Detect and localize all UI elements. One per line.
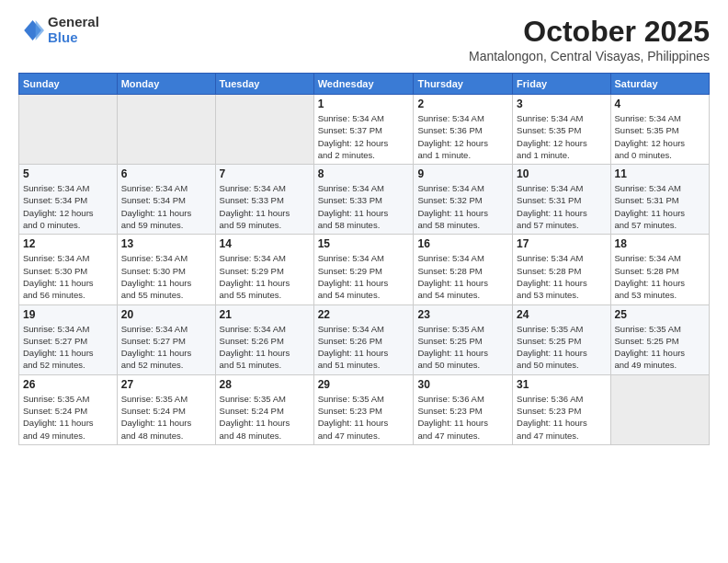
day-number: 15 [318,237,410,250]
day-cell: 29Sunrise: 5:35 AMSunset: 5:23 PMDayligh… [313,374,414,444]
day-number: 18 [615,237,705,250]
day-cell: 2Sunrise: 5:34 AMSunset: 5:36 PMDaylight… [414,95,513,165]
page: General Blue October 2025 Mantalongon, C… [0,0,728,563]
day-info: Sunrise: 5:34 AMSunset: 5:28 PMDaylight:… [615,252,705,301]
day-info: Sunrise: 5:34 AMSunset: 5:27 PMDaylight:… [121,323,211,372]
title-block: October 2025 Mantalongon, Central Visaya… [469,15,710,63]
day-number: 2 [417,98,508,110]
header: General Blue October 2025 Mantalongon, C… [18,15,710,63]
day-cell: 21Sunrise: 5:34 AMSunset: 5:26 PMDayligh… [215,304,313,374]
day-number: 8 [318,167,410,180]
day-number: 16 [417,237,508,250]
logo: General Blue [18,15,99,45]
day-cell: 23Sunrise: 5:35 AMSunset: 5:25 PMDayligh… [414,304,513,374]
col-header-thursday: Thursday [414,74,513,95]
col-header-wednesday: Wednesday [313,74,414,95]
day-info: Sunrise: 5:34 AMSunset: 5:30 PMDaylight:… [121,252,211,301]
week-row-2: 5Sunrise: 5:34 AMSunset: 5:34 PMDaylight… [19,165,710,235]
day-info: Sunrise: 5:35 AMSunset: 5:24 PMDaylight:… [220,393,310,442]
day-info: Sunrise: 5:34 AMSunset: 5:26 PMDaylight:… [318,323,410,372]
day-number: 6 [121,167,211,180]
day-cell: 4Sunrise: 5:34 AMSunset: 5:35 PMDaylight… [610,95,709,165]
day-number: 30 [417,378,508,391]
day-cell: 8Sunrise: 5:34 AMSunset: 5:33 PMDaylight… [313,165,414,235]
day-info: Sunrise: 5:36 AMSunset: 5:23 PMDaylight:… [417,393,508,442]
day-info: Sunrise: 5:34 AMSunset: 5:26 PMDaylight:… [220,323,310,372]
logo-icon [18,17,44,43]
day-info: Sunrise: 5:34 AMSunset: 5:32 PMDaylight:… [417,182,508,231]
day-cell: 24Sunrise: 5:35 AMSunset: 5:25 PMDayligh… [513,304,610,374]
day-info: Sunrise: 5:34 AMSunset: 5:34 PMDaylight:… [121,182,211,231]
day-number: 3 [517,98,606,110]
day-cell: 9Sunrise: 5:34 AMSunset: 5:32 PMDaylight… [414,165,513,235]
day-info: Sunrise: 5:34 AMSunset: 5:30 PMDaylight:… [23,252,113,301]
day-info: Sunrise: 5:35 AMSunset: 5:24 PMDaylight:… [23,393,113,442]
day-info: Sunrise: 5:34 AMSunset: 5:35 PMDaylight:… [615,112,705,161]
day-info: Sunrise: 5:34 AMSunset: 5:36 PMDaylight:… [417,112,508,161]
day-cell: 15Sunrise: 5:34 AMSunset: 5:29 PMDayligh… [313,235,414,304]
day-cell [117,95,215,165]
day-cell: 5Sunrise: 5:34 AMSunset: 5:34 PMDaylight… [19,165,118,235]
day-number: 14 [220,237,310,250]
day-info: Sunrise: 5:34 AMSunset: 5:29 PMDaylight:… [220,252,310,301]
calendar-body: 1Sunrise: 5:34 AMSunset: 5:37 PMDaylight… [19,95,710,445]
day-info: Sunrise: 5:34 AMSunset: 5:31 PMDaylight:… [615,182,705,231]
day-number: 31 [517,378,606,391]
week-row-1: 1Sunrise: 5:34 AMSunset: 5:37 PMDaylight… [19,95,710,165]
day-number: 9 [417,167,508,180]
day-cell [610,374,709,444]
day-cell [215,95,313,165]
day-number: 10 [517,167,606,180]
day-number: 22 [318,308,410,321]
day-number: 1 [318,98,410,110]
location-title: Mantalongon, Central Visayas, Philippine… [469,49,710,63]
day-info: Sunrise: 5:34 AMSunset: 5:31 PMDaylight:… [517,182,606,231]
week-row-3: 12Sunrise: 5:34 AMSunset: 5:30 PMDayligh… [19,235,710,304]
day-info: Sunrise: 5:35 AMSunset: 5:25 PMDaylight:… [615,323,705,372]
day-cell [19,95,118,165]
day-cell: 30Sunrise: 5:36 AMSunset: 5:23 PMDayligh… [414,374,513,444]
day-info: Sunrise: 5:35 AMSunset: 5:24 PMDaylight:… [121,393,211,442]
calendar-header: SundayMondayTuesdayWednesdayThursdayFrid… [19,74,710,95]
day-cell: 22Sunrise: 5:34 AMSunset: 5:26 PMDayligh… [313,304,414,374]
col-header-saturday: Saturday [610,74,709,95]
day-number: 7 [220,167,310,180]
day-number: 27 [121,378,211,391]
day-info: Sunrise: 5:34 AMSunset: 5:33 PMDaylight:… [220,182,310,231]
day-cell: 11Sunrise: 5:34 AMSunset: 5:31 PMDayligh… [610,165,709,235]
day-info: Sunrise: 5:35 AMSunset: 5:23 PMDaylight:… [318,393,410,442]
day-number: 17 [517,237,606,250]
day-info: Sunrise: 5:34 AMSunset: 5:35 PMDaylight:… [517,112,606,161]
day-number: 26 [23,378,113,391]
day-number: 19 [23,308,113,321]
day-info: Sunrise: 5:35 AMSunset: 5:25 PMDaylight:… [417,323,508,372]
month-title: October 2025 [469,15,710,49]
day-cell: 26Sunrise: 5:35 AMSunset: 5:24 PMDayligh… [19,374,118,444]
day-number: 25 [615,308,705,321]
svg-marker-1 [36,20,44,40]
day-cell: 17Sunrise: 5:34 AMSunset: 5:28 PMDayligh… [513,235,610,304]
logo-text: General Blue [48,15,99,45]
day-cell: 20Sunrise: 5:34 AMSunset: 5:27 PMDayligh… [117,304,215,374]
col-header-friday: Friday [513,74,610,95]
day-info: Sunrise: 5:34 AMSunset: 5:28 PMDaylight:… [517,252,606,301]
day-number: 24 [517,308,606,321]
day-cell: 25Sunrise: 5:35 AMSunset: 5:25 PMDayligh… [610,304,709,374]
day-number: 13 [121,237,211,250]
day-cell: 31Sunrise: 5:36 AMSunset: 5:23 PMDayligh… [513,374,610,444]
col-header-monday: Monday [117,74,215,95]
day-info: Sunrise: 5:35 AMSunset: 5:25 PMDaylight:… [517,323,606,372]
day-cell: 7Sunrise: 5:34 AMSunset: 5:33 PMDaylight… [215,165,313,235]
day-info: Sunrise: 5:34 AMSunset: 5:27 PMDaylight:… [23,323,113,372]
calendar: SundayMondayTuesdayWednesdayThursdayFrid… [18,73,710,445]
day-cell: 14Sunrise: 5:34 AMSunset: 5:29 PMDayligh… [215,235,313,304]
day-info: Sunrise: 5:34 AMSunset: 5:29 PMDaylight:… [318,252,410,301]
day-info: Sunrise: 5:34 AMSunset: 5:37 PMDaylight:… [318,112,410,161]
day-number: 21 [220,308,310,321]
day-number: 4 [615,98,705,110]
day-info: Sunrise: 5:34 AMSunset: 5:34 PMDaylight:… [23,182,113,231]
header-row: SundayMondayTuesdayWednesdayThursdayFrid… [19,74,710,95]
day-number: 11 [615,167,705,180]
day-cell: 10Sunrise: 5:34 AMSunset: 5:31 PMDayligh… [513,165,610,235]
day-info: Sunrise: 5:34 AMSunset: 5:33 PMDaylight:… [318,182,410,231]
